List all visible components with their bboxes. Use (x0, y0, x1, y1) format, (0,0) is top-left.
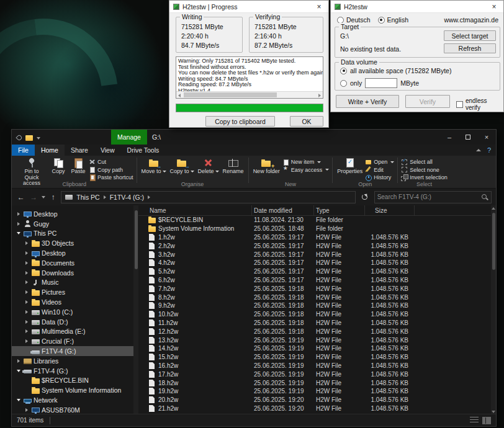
sidebar-item[interactable]: Music (12, 278, 133, 288)
tab-share[interactable]: Share (65, 145, 94, 156)
move-to-button[interactable]: → Move to (140, 157, 168, 176)
copy-button[interactable]: Copy (49, 157, 68, 176)
file-row[interactable]: 15.h2w25.06.2025. 19:19H2W File1.048.576… (138, 353, 493, 362)
file-row[interactable]: 8.h2w25.06.2025. 19:18H2W File1.048.576 … (138, 293, 493, 301)
paste-shortcut-button[interactable]: Paste shortcut (89, 174, 133, 182)
chevron-expanded-icon[interactable] (16, 397, 22, 403)
details-view-icon[interactable] (470, 417, 479, 424)
tab-drive-tools[interactable]: Drive Tools (121, 145, 166, 156)
scroll-up-icon[interactable] (492, 207, 495, 210)
breadcrumb[interactable]: This PC F1TV-4 (G:) (61, 191, 356, 203)
radio-all-available-space[interactable] (340, 68, 347, 74)
chevron-collapsed-icon[interactable] (24, 250, 30, 256)
properties-button[interactable]: Properties (336, 157, 364, 176)
sidebar-item[interactable]: $RECYCLE.BIN (12, 376, 133, 386)
sidebar-item[interactable]: This PC (12, 229, 133, 239)
new-item-button[interactable]: New item (282, 158, 330, 166)
column-header-size[interactable]: Size (365, 205, 415, 215)
sidebar-item[interactable]: F1TV-4 (G:) (12, 366, 133, 376)
sidebar-item[interactable]: Gugy (12, 219, 133, 229)
file-row[interactable]: 20.h2w25.06.2025. 19:20H2W File1.048.576… (138, 396, 493, 404)
sidebar-item[interactable]: Crucial (F:) (12, 336, 133, 346)
sidebar-item[interactable]: F1TV-4 (G:) (12, 346, 133, 356)
endless-verify-checkbox[interactable] (456, 101, 463, 108)
scrollbar-thumb[interactable] (492, 213, 495, 270)
file-row[interactable]: 17.h2w25.06.2025. 19:19H2W File1.048.576… (138, 370, 493, 378)
scrollbar-thumb[interactable] (184, 92, 277, 97)
thumbnails-view-icon[interactable] (482, 417, 491, 424)
maximize-button[interactable] (459, 130, 477, 145)
cut-button[interactable]: Cut (89, 158, 133, 166)
all-available-label[interactable]: all available space (715282 MByte) (350, 67, 451, 74)
file-row[interactable]: 5.h2w25.06.2025. 19:17H2W File1.048.576 … (138, 267, 493, 276)
column-header-date-modified[interactable]: Date modified (252, 205, 314, 215)
sidebar-item[interactable]: Network (12, 395, 133, 405)
file-row[interactable]: 18.h2w25.06.2025. 19:19H2W File1.048.576… (138, 378, 493, 387)
edit-button[interactable]: Edit (365, 166, 394, 174)
verify-button[interactable]: Verify (405, 95, 450, 108)
tab-manage[interactable]: Manage (111, 130, 147, 145)
rename-button[interactable]: Rename (222, 157, 245, 176)
ribbon-collapse-icon[interactable] (476, 149, 481, 151)
sidebar-item[interactable]: Libraries (12, 356, 133, 366)
chevron-collapsed-icon[interactable] (16, 358, 22, 364)
select-none-button[interactable]: Select none (401, 166, 448, 174)
close-button[interactable]: × (477, 130, 496, 145)
chevron-collapsed-icon[interactable] (24, 407, 30, 413)
sidebar-item[interactable]: Pictures (12, 287, 133, 297)
radio-deutsch[interactable] (337, 17, 344, 24)
scroll-left-icon[interactable] (178, 94, 181, 97)
sidebar-item[interactable]: Desktop (12, 209, 133, 219)
tab-home[interactable]: Home (35, 145, 65, 156)
delete-button[interactable]: Delete (197, 157, 220, 176)
select-all-button[interactable]: Select all (401, 158, 448, 166)
breadcrumb-separator-icon[interactable] (148, 195, 150, 199)
horizontal-scrollbar[interactable] (176, 91, 323, 98)
radio-english[interactable] (378, 17, 385, 24)
chevron-collapsed-icon[interactable] (16, 211, 22, 217)
chevron-collapsed-icon[interactable] (24, 270, 30, 276)
copy-path-button[interactable]: Copy path (89, 166, 133, 174)
sidebar-item[interactable]: Desktop (12, 248, 133, 258)
endless-verify-label[interactable]: endless verify (466, 97, 503, 111)
breadcrumb-drive[interactable]: F1TV-4 (G:) (110, 194, 144, 201)
chevron-down-icon[interactable] (37, 137, 40, 140)
scroll-down-icon[interactable] (492, 411, 495, 413)
refresh-button[interactable]: Refresh (444, 43, 496, 53)
ok-button[interactable]: OK (290, 116, 323, 127)
sidebar-scrollbar[interactable] (133, 205, 138, 415)
minimize-button[interactable]: – (440, 130, 459, 145)
chevron-collapsed-icon[interactable] (24, 260, 30, 266)
close-icon[interactable]: × (488, 2, 500, 11)
search-input[interactable] (377, 194, 481, 200)
file-row[interactable]: 12.h2w25.06.2025. 19:18H2W File1.048.576… (138, 327, 493, 336)
chevron-collapsed-icon[interactable] (24, 279, 30, 285)
column-header-type[interactable]: Type (314, 205, 365, 215)
search-box[interactable] (374, 191, 492, 203)
scrollbar-thumb[interactable] (135, 210, 138, 269)
chevron-collapsed-icon[interactable] (24, 299, 30, 305)
paste-button[interactable]: Paste (69, 157, 88, 176)
copy-to-button[interactable]: → Copy to (169, 157, 196, 176)
file-row[interactable]: 10.h2w25.06.2025. 19:18H2W File1.048.576… (138, 310, 493, 319)
file-row[interactable]: 21.h2w25.06.2025. 19:20H2W File1.048.576… (138, 404, 493, 413)
folder-icon[interactable] (25, 135, 33, 141)
copy-to-clipboard-button[interactable]: Copy to clipboard (205, 116, 275, 127)
file-row[interactable]: 13.h2w25.06.2025. 19:19H2W File1.048.576… (138, 336, 493, 344)
chevron-collapsed-icon[interactable] (24, 289, 30, 295)
up-icon[interactable]: ↑ (48, 193, 58, 202)
file-row[interactable]: 1.h2w25.06.2025. 19:17H2W File1.048.576 … (138, 233, 493, 242)
sidebar-item[interactable]: Downloads (12, 268, 133, 278)
chevron-collapsed-icon[interactable] (24, 338, 30, 344)
file-row[interactable]: 19.h2w25.06.2025. 19:19H2W File1.048.576… (138, 387, 493, 396)
tab-view[interactable]: View (94, 145, 121, 156)
volume-input[interactable] (365, 78, 397, 88)
file-row[interactable]: 9.h2w25.06.2025. 19:18H2W File1.048.576 … (138, 301, 493, 310)
sidebar-item[interactable]: Videos (12, 297, 133, 307)
new-folder-button[interactable]: + New folder (252, 157, 281, 176)
sidebar-item[interactable]: 3D Objects (12, 238, 133, 248)
chevron-expanded-icon[interactable] (16, 368, 22, 374)
file-row[interactable]: 7.h2w25.06.2025. 19:18H2W File1.048.576 … (138, 284, 493, 293)
select-target-button[interactable]: Select target (444, 30, 496, 41)
file-row[interactable]: 6.h2w25.06.2025. 19:17H2W File1.048.576 … (138, 276, 493, 285)
